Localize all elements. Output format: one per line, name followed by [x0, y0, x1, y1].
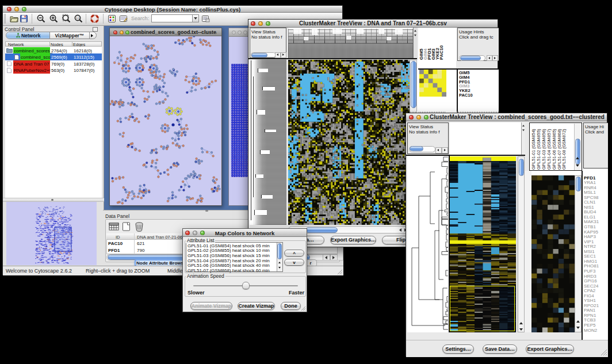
- svg-text:1:1: 1:1: [76, 17, 80, 20]
